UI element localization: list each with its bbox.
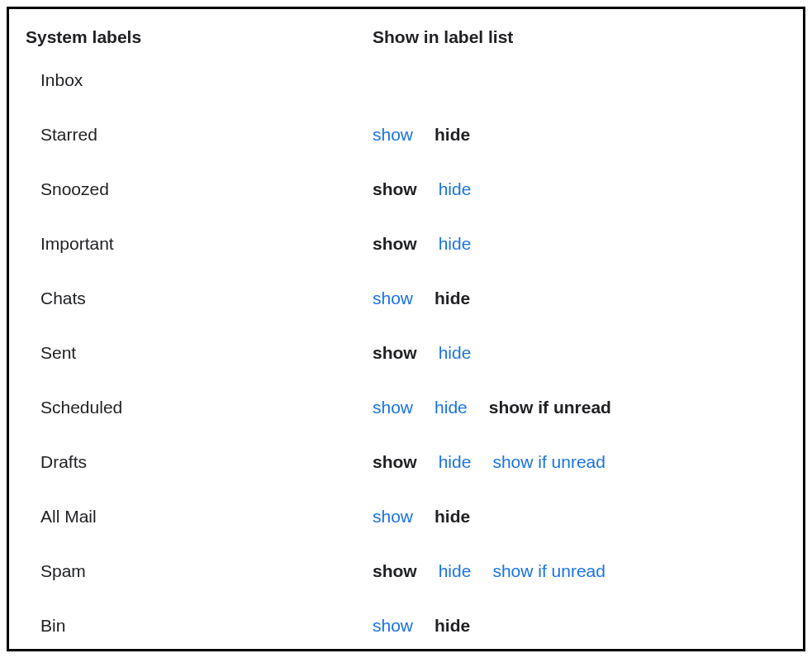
label-option-show: show xyxy=(373,343,417,363)
label-option-show[interactable]: show xyxy=(373,288,413,308)
label-option-show: show xyxy=(373,179,417,199)
label-row: Starredshowhide xyxy=(26,125,786,145)
label-option-show: show xyxy=(373,234,417,254)
label-name: Bin xyxy=(26,616,65,635)
label-row: Spamshowhideshow if unread xyxy=(26,561,786,581)
label-actions: showhideshow if unread xyxy=(373,561,786,581)
label-option-hide: hide xyxy=(434,125,470,145)
label-row: Snoozedshowhide xyxy=(26,179,786,199)
label-option-hide[interactable]: hide xyxy=(439,179,472,199)
label-actions: showhideshow if unread xyxy=(373,398,786,417)
label-option-show-if-unread: show if unread xyxy=(489,398,611,417)
label-row: Sentshowhide xyxy=(26,343,786,363)
label-option-hide: hide xyxy=(434,507,470,527)
label-option-show[interactable]: show xyxy=(373,398,413,417)
labels-list: InboxStarredshowhideSnoozedshowhideImpor… xyxy=(26,70,786,636)
label-option-hide[interactable]: hide xyxy=(439,452,472,472)
label-actions: showhideshow if unread xyxy=(373,452,786,472)
label-actions: showhide xyxy=(373,288,786,308)
label-name: Sent xyxy=(26,343,76,362)
label-option-show[interactable]: show xyxy=(373,125,413,145)
label-option-show-if-unread[interactable]: show if unread xyxy=(492,452,605,472)
label-name: Chats xyxy=(26,288,86,308)
label-option-hide[interactable]: hide xyxy=(439,234,472,254)
label-option-show[interactable]: show xyxy=(373,507,413,527)
label-option-show[interactable]: show xyxy=(373,616,413,636)
label-option-hide[interactable]: hide xyxy=(439,561,472,581)
label-row: Binshowhide xyxy=(26,616,786,636)
label-name: All Mail xyxy=(26,507,97,526)
label-row: Draftsshowhideshow if unread xyxy=(26,452,786,472)
label-name: Scheduled xyxy=(26,398,122,417)
label-row: All Mailshowhide xyxy=(26,507,786,527)
label-row: Chatsshowhide xyxy=(26,288,786,308)
label-name: Snoozed xyxy=(26,179,109,198)
label-option-show-if-unread[interactable]: show if unread xyxy=(492,561,605,581)
label-row: Scheduledshowhideshow if unread xyxy=(26,398,786,417)
label-option-hide[interactable]: hide xyxy=(439,343,472,363)
label-name: Important xyxy=(26,234,114,253)
label-option-show: show xyxy=(373,561,417,581)
label-name: Inbox xyxy=(26,70,83,89)
label-name: Drafts xyxy=(26,452,87,471)
label-actions: showhide xyxy=(373,125,786,145)
label-name: Spam xyxy=(26,561,86,580)
label-actions: showhide xyxy=(373,616,786,636)
label-row: Inbox xyxy=(26,70,786,90)
header-row: System labels Show in label list xyxy=(26,27,786,47)
system-labels-header: System labels xyxy=(26,27,141,46)
label-actions: showhide xyxy=(373,179,786,199)
label-actions: showhide xyxy=(373,234,786,254)
label-option-show: show xyxy=(373,452,417,472)
label-actions: showhide xyxy=(373,343,786,363)
label-option-hide[interactable]: hide xyxy=(434,398,468,417)
labels-settings-panel: System labels Show in label list InboxSt… xyxy=(7,7,805,651)
label-name: Starred xyxy=(26,125,97,144)
label-row: Importantshowhide xyxy=(26,234,786,254)
label-option-hide: hide xyxy=(434,616,470,636)
label-option-hide: hide xyxy=(434,288,470,308)
show-in-label-list-header: Show in label list xyxy=(373,27,513,46)
label-actions: showhide xyxy=(373,507,786,527)
